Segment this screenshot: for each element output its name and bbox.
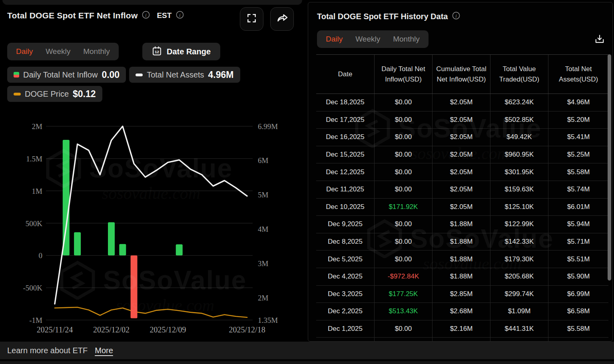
cell-value: $171.92K [374,199,432,216]
cell-value: $0.00 [374,233,432,251]
tab-weekly[interactable]: Weekly [355,35,380,44]
left-panel-header: Total DOGE Spot ETF Net Inflow i EST i [7,10,184,21]
tab-weekly[interactable]: Weekly [46,47,70,56]
share-icon [276,12,288,26]
table-row: Dec 18,2025$0.00$2.05M$623.24K$4.96M [316,94,608,111]
svg-text:1.5M: 1.5M [26,155,42,163]
chart-legend-row-1: Daily Total Net Inflow 0.00 Total Net As… [7,67,240,83]
cell-value: $5.20M [548,111,608,129]
cell-value: $0.00 [374,320,432,338]
table-row: Dec 15,2025$0.00$2.05M$960.95K$5.25M [316,146,608,164]
legend-label: DOGE Price [25,90,69,99]
col-header-date: Date [316,55,374,93]
cell-value: $0.00 [374,111,432,129]
table-row: Dec 12,2025$0.00$2.05M$301.95K$5.58M [316,163,608,181]
cell-date: Dec 11,2025 [316,181,374,198]
table-row: Dec 16,2025$0.00$2.05M$49.42K$5.41M [316,129,608,146]
share-button[interactable] [270,7,294,31]
cell-value: $1.88M [432,251,490,268]
cell-date: Dec 3,2025 [316,286,374,303]
table-row: Dec 8,2025$0.00$1.88M$142.33K$5.71M [316,233,608,251]
legend-doge-price[interactable]: DOGE Price $0.12 [7,86,102,102]
download-button[interactable] [593,34,606,46]
svg-text:2025/11/24: 2025/11/24 [37,325,73,334]
chart-period-tabs: Daily Weekly Monthly [7,43,119,60]
svg-text:2025/12/18: 2025/12/18 [229,325,265,334]
svg-text:-1M: -1M [29,316,42,324]
table-row: Nov 28,2025$0.00$2.16M$462.08K$6.29M [316,338,608,342]
download-icon [594,34,605,46]
svg-text:i: i [146,12,147,18]
cell-value: $177.25K [374,286,432,303]
net-inflow-chart: 2M1.5M1M500K0-500K-1M6.99M6M5M4M3M2M1.35… [0,104,308,342]
legend-value: 0.00 [102,70,120,80]
cell-value: $462.08K [490,338,548,342]
info-icon[interactable]: i [142,10,150,21]
cell-value: $5.71M [548,233,608,251]
table-period-tabs: Daily Weekly Monthly [317,30,429,48]
cell-date: Dec 2,2025 [316,303,374,320]
date-range-label: Date Range [167,47,211,56]
cell-value: -$972.84K [374,268,432,285]
svg-text:5M: 5M [258,191,269,199]
tab-monthly[interactable]: Monthly [83,47,110,56]
cell-value: $122.99K [490,216,548,233]
cell-value: $2.05M [432,146,490,163]
cell-value: $4.96M [548,94,608,111]
legend-total-net-assets[interactable]: Total Net Assets 4.96M [129,67,240,83]
tab-daily[interactable]: Daily [16,47,33,56]
cell-value: $6.29M [548,338,608,342]
cell-date: Dec 12,2025 [316,163,374,181]
cell-value: $5.58M [548,320,608,338]
cell-date: Dec 9,2025 [316,216,374,233]
table-row: Dec 9,2025$0.00$1.88M$122.99K$5.94M [316,216,608,233]
svg-text:0: 0 [39,251,43,260]
col-header-daily-inflow: Daily Total Net Inflow(USD) [374,55,432,93]
svg-text:1M: 1M [32,187,43,195]
svg-text:-500K: -500K [23,284,42,292]
tab-monthly[interactable]: Monthly [393,35,420,44]
cell-value: $5.41M [548,129,608,146]
cell-value: $142.33K [490,233,548,251]
cell-value: $125.10K [490,199,548,216]
cell-value: $2.05M [432,94,490,111]
svg-text:2025/12/02: 2025/12/02 [93,325,130,334]
cell-date: Dec 16,2025 [316,129,374,146]
cell-value: $301.95K [490,163,548,181]
cell-value: $960.95K [490,146,548,163]
cell-date: Dec 1,2025 [316,320,374,338]
cell-value: $502.85K [490,111,548,129]
cell-value: $49.42K [490,129,548,146]
cell-value: $2.05M [432,111,490,129]
cell-date: Nov 28,2025 [316,338,374,342]
cell-value: $179.30K [490,251,548,268]
date-range-button[interactable]: 12 Date Range [142,43,220,60]
cell-value: $0.00 [374,181,432,198]
price-legend-icon [14,93,21,95]
cell-value: $1.88M [432,216,490,233]
cell-value: $5.94M [548,216,608,233]
cell-value: $6.58M [548,303,608,320]
svg-text:4M: 4M [258,225,269,233]
cell-value: $205.68K [490,268,548,285]
cell-value: $1.88M [432,233,490,251]
table-row: Dec 5,2025$0.00$1.88M$179.30K$5.51M [316,251,608,268]
tab-daily[interactable]: Daily [326,35,343,44]
table-scrollbar[interactable] [608,54,611,280]
cell-value: $2.05M [432,181,490,198]
svg-text:2025/12/09: 2025/12/09 [150,325,186,334]
cell-value: $6.01M [548,199,608,216]
legend-label: Daily Total Net Inflow [23,70,98,80]
footer-more-link[interactable]: More [95,346,113,355]
cell-value: $159.63K [490,181,548,198]
table-row: Dec 17,2025$0.00$2.05M$502.85K$5.20M [316,111,608,129]
cell-date: Dec 10,2025 [316,199,374,216]
etf-footer: Learn more about ETF More [0,342,614,359]
info-icon[interactable]: i [452,11,460,22]
cell-value: $0.00 [374,146,432,163]
cell-value: $1.88M [432,268,490,285]
info-icon[interactable]: i [175,10,184,21]
legend-daily-net-inflow[interactable]: Daily Total Net Inflow 0.00 [7,67,126,83]
svg-text:6.99M: 6.99M [258,122,278,131]
fullscreen-button[interactable] [240,7,263,31]
